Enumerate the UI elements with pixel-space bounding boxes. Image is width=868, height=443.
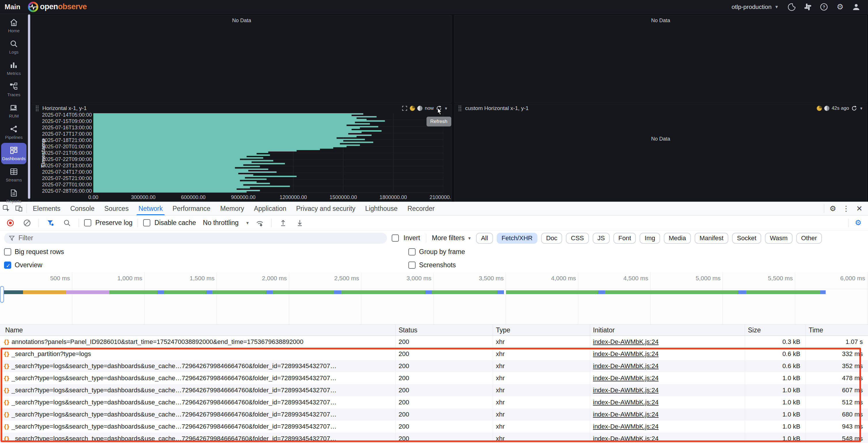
- sidebar-item-logs[interactable]: Logs: [0, 36, 28, 58]
- request-type-cell[interactable]: xhr: [493, 348, 590, 360]
- big-request-rows-checkbox[interactable]: [4, 248, 11, 256]
- request-size-cell[interactable]: 0.3 kB: [745, 336, 806, 348]
- slack-icon[interactable]: [804, 3, 812, 11]
- network-request-row[interactable]: {}_search?type=logs&search_type=dashboar…: [0, 396, 868, 408]
- cached-clock-icon[interactable]: [417, 106, 423, 111]
- network-overview-timeline[interactable]: 500 ms1,000 ms1,500 ms2,000 ms2,500 ms3,…: [0, 272, 868, 324]
- horizontal-bar-chart[interactable]: [93, 113, 443, 193]
- request-status-cell[interactable]: 200: [395, 408, 493, 420]
- sidebar-item-metrics[interactable]: Metrics: [0, 58, 28, 79]
- time-range-clock-icon[interactable]: [817, 106, 822, 111]
- drag-handle-icon[interactable]: [35, 105, 39, 112]
- request-status-cell[interactable]: 200: [395, 433, 493, 443]
- request-name-cell[interactable]: {}_search?type=logs&search_type=dashboar…: [0, 384, 395, 396]
- network-request-row[interactable]: {}_search?type=logs&search_type=dashboar…: [0, 433, 868, 443]
- export-har-icon[interactable]: [293, 217, 306, 229]
- tab-console[interactable]: Console: [65, 202, 99, 215]
- filter-chip-img[interactable]: Img: [640, 233, 660, 244]
- initiator-link[interactable]: index-De-AWMbK.js:24: [593, 362, 659, 370]
- refresh-icon[interactable]: [851, 106, 857, 111]
- request-size-cell[interactable]: 0.6 kB: [745, 360, 806, 372]
- filter-chip-doc[interactable]: Doc: [541, 233, 562, 244]
- request-size-cell[interactable]: 1.0 kB: [745, 384, 806, 396]
- screenshots-checkbox[interactable]: [408, 262, 415, 269]
- overview-checkbox[interactable]: [4, 262, 11, 269]
- request-initiator-cell[interactable]: index-De-AWMbK.js:24: [590, 360, 745, 372]
- nav-main-label[interactable]: Main: [5, 3, 21, 11]
- tab-recorder[interactable]: Recorder: [403, 202, 440, 215]
- time-range-clock-icon[interactable]: [410, 106, 415, 111]
- initiator-link[interactable]: index-De-AWMbK.js:24: [593, 411, 659, 418]
- tab-privacy-and-security[interactable]: Privacy and security: [291, 202, 360, 215]
- chevron-down-icon[interactable]: ▼: [859, 106, 863, 111]
- kebab-menu-icon[interactable]: ⋮: [840, 204, 852, 213]
- group-by-frame-checkbox[interactable]: [408, 248, 415, 256]
- request-name-cell[interactable]: {}_search?type=logs&search_type=dashboar…: [0, 396, 395, 408]
- column-header-initiator[interactable]: Initiator: [590, 325, 745, 335]
- request-size-cell[interactable]: 1.0 kB: [745, 420, 806, 433]
- column-header-type[interactable]: Type: [493, 325, 590, 335]
- network-request-row[interactable]: {}_search?type=logs&search_type=dashboar…: [0, 372, 868, 384]
- initiator-link[interactable]: index-De-AWMbK.js:24: [593, 375, 659, 382]
- tab-performance[interactable]: Performance: [167, 202, 215, 215]
- search-network-icon[interactable]: [61, 217, 73, 229]
- filter-input[interactable]: [18, 234, 382, 242]
- request-size-cell[interactable]: 1.0 kB: [745, 396, 806, 408]
- help-icon[interactable]: ?: [819, 3, 828, 11]
- request-size-cell[interactable]: 1.0 kB: [745, 372, 806, 384]
- request-status-cell[interactable]: 200: [395, 372, 493, 384]
- record-network-log-icon[interactable]: [4, 217, 17, 229]
- request-time-cell[interactable]: 1.07 s: [806, 336, 868, 348]
- initiator-link[interactable]: index-De-AWMbK.js:24: [593, 350, 659, 357]
- filter-funnel-icon[interactable]: [44, 217, 57, 229]
- tab-sources[interactable]: Sources: [99, 202, 133, 215]
- initiator-link[interactable]: index-De-AWMbK.js:24: [593, 338, 659, 345]
- filter-chip-font[interactable]: Font: [613, 233, 636, 244]
- chevron-down-icon[interactable]: ▼: [444, 106, 448, 111]
- request-initiator-cell[interactable]: index-De-AWMbK.js:24: [590, 420, 745, 433]
- network-request-row[interactable]: {}_search?type=logs&search_type=dashboar…: [0, 384, 868, 396]
- more-filters-dropdown[interactable]: More filters ▼: [432, 234, 472, 242]
- user-avatar-icon[interactable]: [852, 3, 861, 11]
- request-initiator-cell[interactable]: index-De-AWMbK.js:24: [590, 408, 745, 420]
- request-name-cell[interactable]: {}_search?type=logs&search_type=dashboar…: [0, 372, 395, 384]
- request-time-cell[interactable]: 332 ms: [806, 348, 868, 360]
- filter-chip-js[interactable]: JS: [593, 233, 610, 244]
- filter-chip-fetch-xhr[interactable]: Fetch/XHR: [497, 233, 538, 244]
- request-time-cell[interactable]: 478 ms: [806, 372, 868, 384]
- last-refreshed-label[interactable]: 42s ago: [832, 106, 849, 111]
- devtools-settings-gear-icon[interactable]: ⚙: [827, 204, 839, 213]
- network-request-row[interactable]: {}_search?type=logs&search_type=dashboar…: [0, 408, 868, 420]
- tab-memory[interactable]: Memory: [215, 202, 249, 215]
- clear-network-log-icon[interactable]: [21, 217, 33, 229]
- network-request-row[interactable]: {}_search?type=logs&search_type=dashboar…: [0, 420, 868, 433]
- import-har-icon[interactable]: [277, 217, 289, 229]
- request-name-cell[interactable]: {}annotations?panels=Panel_ID9286010&sta…: [0, 336, 395, 348]
- tab-elements[interactable]: Elements: [28, 202, 65, 215]
- throttling-dropdown[interactable]: No throttling ▼: [203, 219, 250, 227]
- drag-handle-icon[interactable]: [458, 105, 462, 112]
- network-request-row[interactable]: {}_search?type=logs&search_type=dashboar…: [0, 360, 868, 372]
- request-type-cell[interactable]: xhr: [493, 360, 590, 372]
- panel-horizontal-chart[interactable]: Horizontal x-1, y-1 now ▼ Timestamp 2025…: [32, 104, 452, 202]
- request-initiator-cell[interactable]: index-De-AWMbK.js:24: [590, 396, 745, 408]
- panel-custom-horizontal[interactable]: custom Horizontal x-1, y-1 42s ago ▼ No …: [455, 104, 867, 202]
- filter-chip-media[interactable]: Media: [664, 233, 691, 244]
- panel-top-right[interactable]: No Data: [455, 15, 867, 103]
- request-type-cell[interactable]: xhr: [493, 384, 590, 396]
- request-name-cell[interactable]: {}_search?type=logs&search_type=dashboar…: [0, 408, 395, 420]
- sidebar-item-pipelines[interactable]: Pipelines: [0, 122, 28, 143]
- sidebar-item-reports[interactable]: Reports: [0, 185, 28, 207]
- initiator-link[interactable]: index-De-AWMbK.js:24: [593, 398, 659, 406]
- request-status-cell[interactable]: 200: [395, 336, 493, 348]
- close-devtools-icon[interactable]: ✕: [854, 204, 865, 213]
- request-initiator-cell[interactable]: index-De-AWMbK.js:24: [590, 336, 745, 348]
- time-range-label[interactable]: now: [425, 106, 434, 111]
- filter-chip-css[interactable]: CSS: [566, 233, 589, 244]
- request-time-cell[interactable]: 512 ms: [806, 396, 868, 408]
- network-request-row[interactable]: {}_search_partition?type=logs200xhrindex…: [0, 348, 868, 360]
- request-name-cell[interactable]: {}_search_partition?type=logs: [0, 348, 395, 360]
- sidebar-scrollbar[interactable]: [28, 14, 31, 202]
- invert-checkbox[interactable]: [392, 234, 399, 242]
- network-settings-gear-icon[interactable]: ⚙: [852, 218, 864, 227]
